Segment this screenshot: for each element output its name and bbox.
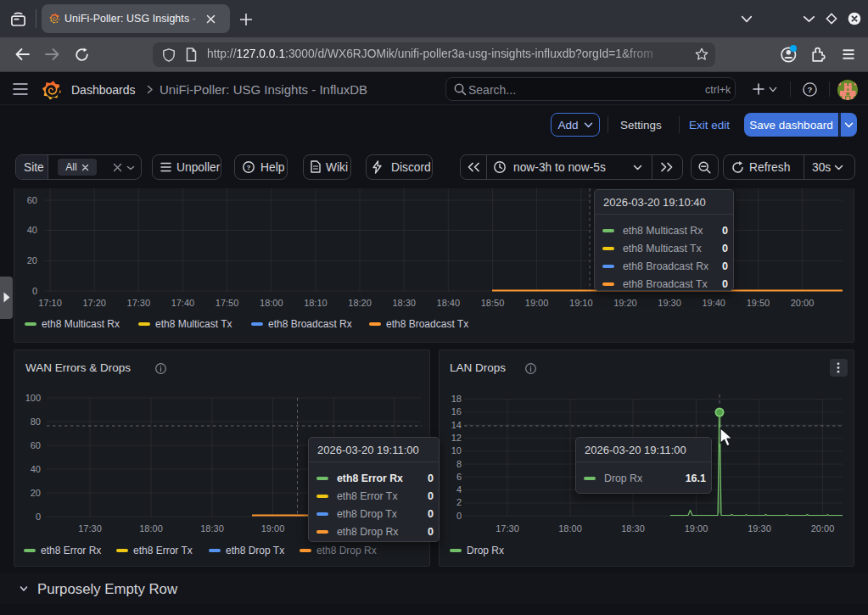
svg-text:19:20: 19:20 (613, 298, 637, 308)
svg-text:14: 14 (451, 420, 462, 430)
svg-text:19:30: 19:30 (658, 298, 681, 308)
svg-text:18:10: 18:10 (304, 298, 328, 308)
svg-text:20: 20 (27, 255, 37, 266)
svg-text:18:30: 18:30 (392, 298, 416, 308)
svg-text:8: 8 (456, 459, 462, 469)
svg-text:19:50: 19:50 (747, 298, 770, 308)
svg-text:18:00: 18:00 (260, 298, 283, 308)
svg-text:40: 40 (27, 225, 37, 235)
svg-text:17:30: 17:30 (496, 523, 519, 534)
svg-text:?: ? (247, 164, 251, 171)
svg-text:17:20: 17:20 (82, 298, 106, 308)
svg-text:17:30: 17:30 (78, 523, 102, 534)
svg-text:10: 10 (451, 445, 462, 456)
svg-text:17:50: 17:50 (216, 298, 239, 308)
svg-text:2: 2 (456, 497, 462, 507)
svg-text:18:30: 18:30 (200, 523, 224, 534)
svg-text:0: 0 (36, 512, 41, 522)
svg-text:60: 60 (31, 440, 41, 450)
svg-text:18:50: 18:50 (481, 298, 505, 308)
svg-text:4: 4 (456, 484, 462, 495)
svg-text:19:00: 19:00 (525, 298, 549, 308)
svg-text:20: 20 (31, 488, 41, 498)
svg-text:18:40: 18:40 (437, 298, 461, 308)
svg-text:17:40: 17:40 (171, 298, 195, 308)
svg-text:12: 12 (451, 433, 462, 443)
svg-text:18:00: 18:00 (139, 523, 163, 534)
svg-text:19:00: 19:00 (261, 523, 285, 534)
svg-text:19:10: 19:10 (569, 298, 593, 308)
svg-text:20:00: 20:00 (791, 298, 815, 308)
svg-text:18:30: 18:30 (621, 523, 645, 534)
svg-text:40: 40 (31, 464, 41, 474)
svg-text:18:00: 18:00 (558, 523, 582, 534)
svg-text:0: 0 (456, 511, 462, 521)
svg-text:100: 100 (25, 393, 41, 403)
svg-text:80: 80 (31, 417, 41, 427)
svg-text:16: 16 (451, 406, 462, 417)
svg-text:17:10: 17:10 (38, 298, 62, 308)
svg-text:18:20: 18:20 (348, 298, 372, 308)
svg-text:?: ? (808, 85, 813, 94)
svg-text:18: 18 (451, 394, 462, 404)
svg-text:6: 6 (456, 472, 462, 482)
svg-text:0: 0 (32, 286, 37, 296)
svg-text:20:00: 20:00 (811, 523, 835, 534)
svg-text:19:40: 19:40 (702, 298, 725, 308)
svg-text:19:30: 19:30 (748, 523, 771, 534)
svg-text:17:30: 17:30 (127, 298, 151, 308)
svg-text:60: 60 (27, 195, 37, 205)
svg-text:19:00: 19:00 (685, 523, 708, 534)
